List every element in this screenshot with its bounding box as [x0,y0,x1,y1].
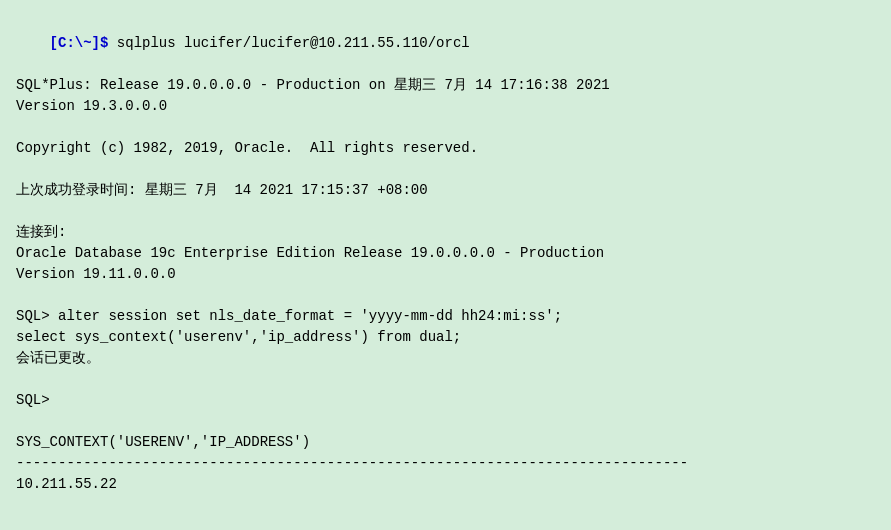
empty-line-3 [16,201,875,222]
output-line-3: Copyright (c) 1982, 2019, Oracle. All ri… [16,138,875,159]
command-line: [C:\~]$ sqlplus lucifer/lucifer@10.211.5… [16,12,875,75]
output-line-5: 连接到: [16,222,875,243]
empty-line-1 [16,117,875,138]
command-text: sqlplus lucifer/lucifer@10.211.55.110/or… [117,35,470,51]
output-line-6: Oracle Database 19c Enterprise Edition R… [16,243,875,264]
terminal-window: [C:\~]$ sqlplus lucifer/lucifer@10.211.5… [0,0,891,530]
output-line-1: SQL*Plus: Release 19.0.0.0.0 - Productio… [16,75,875,96]
empty-line-6 [16,411,875,432]
empty-line-2 [16,159,875,180]
empty-line-4 [16,285,875,306]
sql-command-2: select sys_context('userenv','ip_address… [16,327,875,348]
output-line-2: Version 19.3.0.0.0 [16,96,875,117]
empty-line-5 [16,369,875,390]
sql-command-1: SQL> alter session set nls_date_format =… [16,306,875,327]
column-header: SYS_CONTEXT('USERENV','IP_ADDRESS') [16,432,875,453]
output-line-4: 上次成功登录时间: 星期三 7月 14 2021 17:15:37 +08:00 [16,180,875,201]
column-separator: ----------------------------------------… [16,453,875,474]
ip-result: 10.211.55.22 [16,474,875,495]
output-line-7: Version 19.11.0.0.0 [16,264,875,285]
prompt: [C:\~]$ [50,35,117,51]
sql-prompt-1: SQL> [16,390,875,411]
sql-result-1: 会话已更改。 [16,348,875,369]
